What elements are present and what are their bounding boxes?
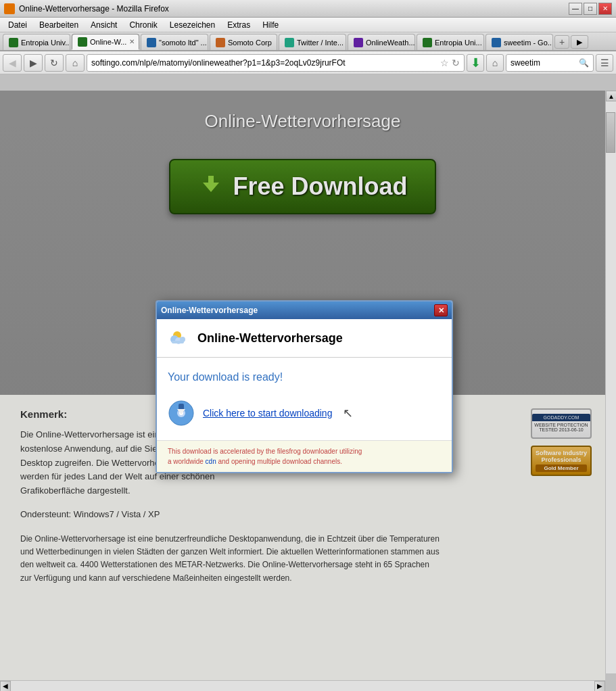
- tab-close-1[interactable]: ✕: [129, 38, 135, 45]
- tab-7[interactable]: sweetim - Go...: [485, 34, 553, 50]
- tab-label-0: Entropia Univ...: [21, 39, 70, 47]
- tab-bar: Entropia Univ... Online-W... ✕ "somoto l…: [0, 32, 616, 51]
- tab-3[interactable]: Somoto Corp: [210, 34, 277, 50]
- title-bar-left: Online-Wettervorhersage - Mozilla Firefo…: [4, 3, 169, 14]
- dialog-overlay: Online-Wettervorhersage ✕ Online-Wetterv…: [0, 91, 605, 680]
- tab-label-5: OnlineWeath...: [366, 39, 415, 47]
- download-link[interactable]: Click here to start downloading: [203, 408, 332, 419]
- address-text: softingo.com/nlp/e/matomyi/onlineweather…: [91, 58, 437, 68]
- title-bar: Online-Wettervorhersage - Mozilla Firefo…: [0, 0, 616, 18]
- window-title: Online-Wettervorhersage - Mozilla Firefo…: [19, 4, 169, 14]
- address-bar[interactable]: softingo.com/nlp/e/matomyi/onlineweather…: [87, 54, 465, 72]
- dialog-body: Your download is ready! Click here to st…: [157, 358, 452, 440]
- menu-ansicht[interactable]: Ansicht: [85, 19, 122, 31]
- tab-label-7: sweetim - Go...: [504, 39, 553, 47]
- tab-label-1: Online-W...: [90, 38, 126, 46]
- vertical-scrollbar[interactable]: ▲: [605, 91, 616, 673]
- tab-favicon-0: [9, 38, 18, 47]
- nav-bar: ◀ ▶ ↻ ⌂ softingo.com/nlp/e/matomyi/onlin…: [0, 51, 616, 74]
- footer-text: This download is accelerated by the file…: [168, 446, 441, 467]
- tab-scroll-right[interactable]: ▶: [571, 35, 588, 49]
- tab-5[interactable]: OnlineWeath...: [348, 34, 415, 50]
- forward-button[interactable]: ▶: [24, 54, 43, 72]
- search-box[interactable]: sweetim 🔍: [506, 54, 594, 72]
- scroll-right-button[interactable]: ▶: [594, 681, 605, 692]
- tab-favicon-5: [354, 38, 363, 47]
- download-row: Click here to start downloading ↖: [168, 394, 441, 432]
- reload-button[interactable]: ↻: [45, 54, 64, 72]
- green-download-button[interactable]: ⬇: [467, 54, 484, 72]
- tab-favicon-2: [147, 38, 156, 47]
- settings-button[interactable]: ☰: [596, 54, 613, 72]
- ready-text: Your download is ready!: [168, 371, 441, 383]
- tab-label-6: Entropia Uni...: [435, 39, 482, 47]
- menu-lesezeichen[interactable]: Lesezeichen: [164, 19, 220, 31]
- dialog-title: Online-Wettervorhersage: [161, 306, 258, 315]
- tab-0[interactable]: Entropia Univ...: [3, 34, 70, 50]
- menu-bar: Datei Bearbeiten Ansicht Chronik Lesezei…: [0, 18, 616, 32]
- dialog-header-title: Online-Wettervorhersage: [197, 331, 343, 346]
- scroll-up-button[interactable]: ▲: [606, 91, 616, 101]
- new-tab-button[interactable]: +: [554, 35, 569, 49]
- menu-bearbeiten[interactable]: Bearbeiten: [34, 19, 84, 31]
- scroll-left-button[interactable]: ◀: [0, 681, 11, 692]
- tab-6[interactable]: Entropia Uni...: [417, 34, 484, 50]
- tab-label-2: "somoto ltd" ...: [159, 39, 207, 47]
- window-controls: — □ ✕: [569, 3, 612, 15]
- firefox-icon: [4, 3, 15, 14]
- search-text: sweetim: [511, 58, 579, 68]
- cd-download-icon: [168, 400, 195, 427]
- cursor-icon: ↖: [343, 406, 353, 421]
- page-content: Online-Wettervorhersage Free Download GO…: [0, 91, 605, 680]
- reload-addr-icon[interactable]: ↻: [452, 57, 460, 68]
- maximize-button[interactable]: □: [584, 3, 597, 15]
- tab-favicon-3: [216, 38, 225, 47]
- download-dialog: Online-Wettervorhersage ✕ Online-Wetterv…: [156, 300, 453, 473]
- address-icons: ☆ ↻: [440, 57, 460, 68]
- scroll-thumb[interactable]: [606, 112, 615, 153]
- tab-favicon-1: [78, 37, 87, 47]
- menu-chronik[interactable]: Chronik: [124, 19, 162, 31]
- tab-label-4: Twitter / Inte...: [297, 39, 343, 47]
- menu-extras[interactable]: Extras: [222, 19, 256, 31]
- dialog-titlebar: Online-Wettervorhersage ✕: [157, 302, 452, 319]
- tab-favicon-7: [492, 38, 501, 47]
- dialog-footer: This download is accelerated by the file…: [157, 440, 452, 472]
- menu-hilfe[interactable]: Hilfe: [257, 19, 284, 31]
- horizontal-scrollbar[interactable]: ◀ ▶: [0, 680, 605, 691]
- tab-favicon-4: [285, 38, 294, 47]
- tab-2[interactable]: "somoto ltd" ...: [141, 34, 208, 50]
- bookmark-star-icon[interactable]: ☆: [440, 57, 449, 68]
- home-button[interactable]: ⌂: [66, 54, 85, 72]
- close-button[interactable]: ✕: [598, 3, 612, 15]
- back-button[interactable]: ◀: [3, 54, 22, 72]
- tab-1[interactable]: Online-W... ✕: [72, 34, 139, 50]
- tab-4[interactable]: Twitter / Inte...: [279, 34, 346, 50]
- tab-label-3: Somoto Corp: [228, 39, 272, 47]
- tab-favicon-6: [423, 38, 432, 47]
- minimize-button[interactable]: —: [569, 3, 582, 15]
- menu-datei[interactable]: Datei: [3, 19, 32, 31]
- search-icon[interactable]: 🔍: [579, 58, 589, 68]
- dialog-header: Online-Wettervorhersage: [157, 319, 452, 358]
- cdn-link[interactable]: cdn: [206, 458, 216, 465]
- svg-rect-6: [172, 341, 184, 343]
- home-extra-button[interactable]: ⌂: [486, 54, 504, 72]
- dialog-close-button[interactable]: ✕: [434, 304, 448, 316]
- weather-icon: [168, 327, 189, 349]
